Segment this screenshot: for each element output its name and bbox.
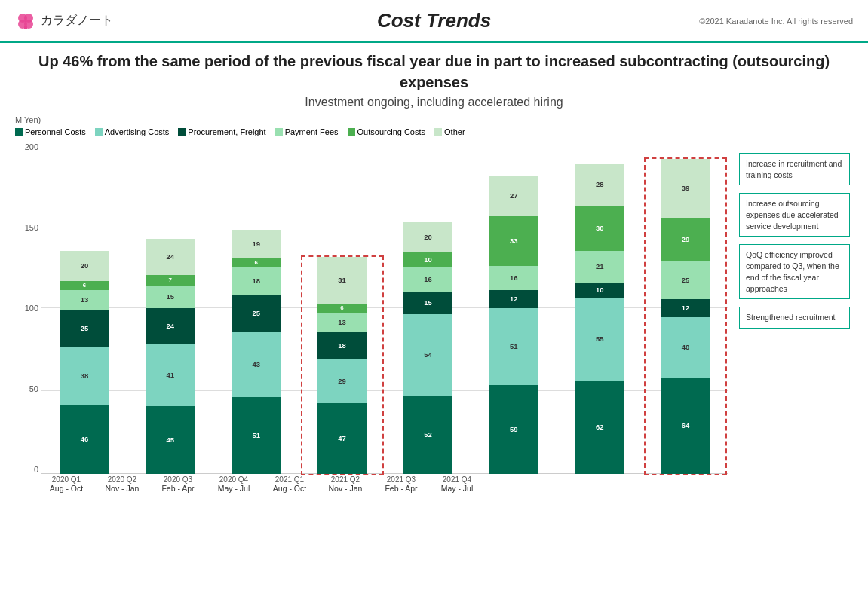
- bar-segment-2-3: 18: [232, 267, 281, 295]
- bar-segment-5-2: 12: [489, 290, 538, 308]
- bar-label-2-5: 19: [252, 240, 260, 248]
- y-tick-150: 150: [15, 223, 41, 232]
- bar-stack-5: 595112163327: [489, 176, 538, 474]
- x-quarter-4: 2021 Q1: [275, 475, 304, 484]
- bar-segment-0-1: 38: [60, 347, 109, 405]
- bar-segment-0-3: 13: [60, 290, 109, 310]
- bar-segment-1-3: 15: [146, 286, 195, 308]
- x-period-4: Aug - Oct: [273, 484, 306, 493]
- bar-segment-2-2: 25: [232, 295, 281, 332]
- bar-segment-3-2: 18: [317, 332, 367, 359]
- bar-segment-5-0: 59: [489, 385, 538, 474]
- x-label-4: 2021 Q1Aug - Oct: [265, 475, 314, 493]
- bar-label-3-0: 47: [338, 435, 346, 442]
- bar-segment-5-5: 27: [489, 176, 538, 216]
- logo: カラダノート: [15, 11, 113, 32]
- bar-label-0-4: 6: [83, 283, 86, 289]
- legend-color-other: [434, 128, 442, 136]
- legend-color-outsourcing: [348, 128, 355, 136]
- bar-segment-7-1: 40: [661, 317, 710, 378]
- bar-group-3: 47291813631: [302, 257, 382, 474]
- bar-label-4-2: 15: [424, 299, 432, 307]
- bar-segment-4-4: 10: [403, 252, 452, 267]
- bar-segment-5-4: 33: [489, 216, 538, 266]
- header: カラダノート Cost Trends ©2021 Karadanote Inc.…: [0, 0, 868, 43]
- annotations-panel: Increase in recruitment and training cos…: [728, 115, 853, 493]
- bar-group-2: 51432518619: [216, 230, 296, 474]
- bar-label-6-2: 10: [596, 286, 604, 294]
- bar-segment-6-3: 21: [575, 251, 624, 283]
- bar-label-6-4: 30: [596, 225, 604, 232]
- bar-segment-2-5: 19: [232, 230, 281, 258]
- bar-label-1-2: 24: [167, 323, 175, 330]
- bar-group-5: 595112163327: [474, 176, 554, 474]
- x-period-6: Feb - Apr: [385, 484, 417, 493]
- bar-segment-4-1: 54: [403, 314, 452, 396]
- x-quarter-0: 2020 Q1: [52, 475, 81, 484]
- bar-label-0-5: 20: [81, 262, 89, 270]
- bar-segment-7-2: 12: [661, 299, 710, 317]
- bar-label-1-1: 41: [167, 371, 175, 379]
- bar-label-4-1: 54: [424, 351, 432, 359]
- bar-segment-0-4: 6: [60, 281, 109, 290]
- bar-label-7-3: 25: [682, 277, 690, 284]
- bar-label-5-0: 59: [510, 426, 518, 433]
- x-labels: 2020 Q1Aug - Oct2020 Q2Nov - Jan2020 Q3F…: [15, 475, 728, 493]
- bar-label-0-3: 13: [81, 296, 89, 304]
- bar-label-2-4: 6: [254, 260, 257, 266]
- bar-segment-6-0: 62: [575, 381, 624, 474]
- bar-stack-3: 47291813631: [317, 257, 367, 474]
- y-tick-0: 0: [15, 465, 41, 474]
- bar-segment-2-1: 43: [232, 332, 281, 397]
- annotation-1: Increase in recruitment and training cos…: [739, 153, 850, 185]
- x-label-0: 2020 Q1Aug - Oct: [41, 475, 91, 493]
- x-quarter-5: 2021 Q2: [331, 475, 360, 484]
- legend-procurement: Procurement, Freight: [178, 127, 265, 136]
- legend-color-personnel: [15, 128, 23, 136]
- main-content: Up 46% from the same period of the previ…: [0, 43, 868, 500]
- chart-container: 0 50 100 150 200: [15, 142, 728, 493]
- bar-segment-6-1: 55: [575, 298, 624, 381]
- page-title: Cost Trends: [377, 9, 491, 32]
- y-tick-50: 50: [15, 384, 41, 393]
- annotation-3-text: QoQ efficiency improved compared to Q3, …: [746, 250, 839, 292]
- annotation-1-text: Increase in recruitment and training cos…: [746, 159, 842, 179]
- bar-label-7-5: 39: [682, 185, 690, 192]
- bar-segment-6-2: 10: [575, 283, 624, 298]
- bar-label-7-0: 64: [682, 422, 690, 430]
- bar-label-1-3: 15: [167, 293, 175, 301]
- x-period-0: Aug - Oct: [50, 484, 83, 493]
- y-tick-200: 200: [15, 142, 41, 151]
- bar-segment-5-3: 16: [489, 266, 538, 290]
- y-axis: 0 50 100 150 200: [15, 142, 41, 474]
- bar-segment-7-5: 39: [661, 159, 710, 218]
- bar-group-7: 644012252939: [646, 159, 725, 474]
- bar-label-2-2: 25: [252, 310, 260, 317]
- bar-segment-3-5: 31: [317, 257, 367, 304]
- bar-segment-1-0: 45: [146, 406, 195, 474]
- bar-segment-4-5: 20: [403, 222, 452, 252]
- subtitle-sub: Investment ongoing, including accelerate…: [15, 96, 853, 109]
- bar-segment-1-2: 24: [146, 308, 195, 344]
- bar-segment-5-1: 51: [489, 308, 538, 385]
- bar-stack-4: 525415161020: [403, 222, 452, 474]
- annotation-3: QoQ efficiency improved compared to Q3, …: [739, 244, 850, 299]
- x-period-2: Feb - Apr: [161, 484, 194, 493]
- bar-group-6: 625510213028: [560, 164, 639, 474]
- bar-group-4: 525415161020: [388, 222, 468, 474]
- bar-label-4-3: 16: [424, 276, 432, 283]
- logo-text: カラダノート: [41, 13, 113, 29]
- bar-segment-3-0: 47: [317, 403, 367, 474]
- chart-section: M Yen) Personnel Costs Advertising Costs…: [15, 115, 853, 493]
- bar-segment-0-5: 20: [60, 251, 109, 281]
- bar-label-2-3: 18: [252, 277, 260, 285]
- bar-label-2-1: 43: [252, 361, 260, 368]
- bar-segment-2-0: 51: [232, 397, 281, 474]
- bar-group-1: 45412415724: [130, 239, 210, 474]
- bar-segment-0-2: 25: [60, 310, 109, 347]
- bar-label-7-4: 29: [682, 236, 690, 243]
- svg-rect-4: [24, 26, 27, 29]
- bar-stack-0: 46382513620: [60, 251, 109, 474]
- x-label-6: 2021 Q3Feb - Apr: [376, 475, 426, 493]
- bar-label-4-4: 10: [424, 256, 432, 264]
